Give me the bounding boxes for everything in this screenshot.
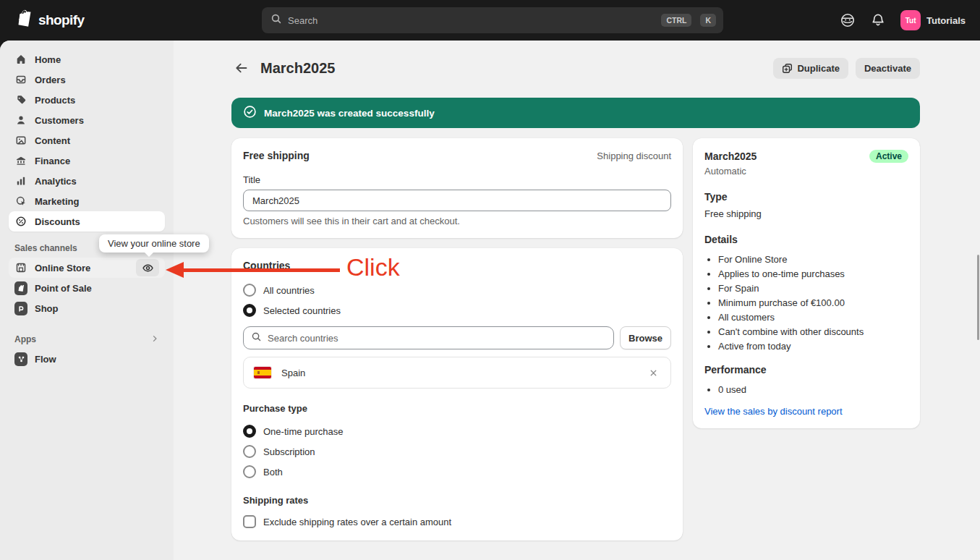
discount-type-badge: Shipping discount bbox=[597, 150, 671, 161]
sidebar-item-orders[interactable]: Orders bbox=[9, 69, 165, 90]
annotation-arrow-shaft bbox=[183, 268, 340, 272]
radio-one-time-purchase[interactable]: One-time purchase bbox=[243, 424, 671, 438]
content-columns: Free shipping Shipping discount Title Cu… bbox=[231, 138, 920, 540]
radio-checked-icon[interactable] bbox=[243, 304, 256, 317]
shopify-admin-screen: shopify Search CTRL K Tut Tutorials bbox=[0, 0, 980, 560]
sidebar-item-home[interactable]: Home bbox=[9, 49, 165, 69]
radio-checked-icon[interactable] bbox=[243, 425, 256, 438]
duplicate-icon bbox=[782, 63, 793, 74]
performance-heading: Performance bbox=[704, 364, 908, 376]
discount-badge-icon bbox=[14, 216, 27, 227]
summary-card: March2025 Active Automatic Type Free shi… bbox=[693, 138, 920, 428]
sidebar-item-customers[interactable]: Customers bbox=[9, 110, 165, 130]
deactivate-label: Deactivate bbox=[864, 63, 911, 74]
sidebar-item-shop[interactable]: Shop bbox=[9, 298, 165, 318]
detail-item: Minimum purchase of €100.00 bbox=[718, 296, 908, 310]
avatar: Tut bbox=[900, 10, 921, 30]
status-badge: Active bbox=[869, 150, 908, 163]
spain-flag-icon bbox=[254, 367, 271, 378]
sidebar-item-label: Content bbox=[35, 135, 70, 146]
selected-country-row: Spain bbox=[243, 357, 671, 389]
eye-icon bbox=[142, 262, 154, 274]
chevron-right-icon[interactable] bbox=[150, 334, 159, 345]
exclude-shipping-rates-row[interactable]: Exclude shipping rates over a certain am… bbox=[243, 514, 671, 529]
detail-item: For Spain bbox=[718, 281, 908, 296]
sidebar-item-marketing[interactable]: Marketing bbox=[9, 191, 165, 211]
details-heading: Details bbox=[704, 234, 908, 245]
close-icon bbox=[649, 368, 658, 378]
sidebar-item-discounts[interactable]: Discounts bbox=[9, 211, 165, 232]
page-title: March2025 bbox=[260, 60, 335, 77]
topbar-right: Tut Tutorials bbox=[840, 10, 968, 30]
pos-icon bbox=[14, 281, 27, 295]
home-icon bbox=[14, 54, 27, 65]
online-store-tooltip: View your online store bbox=[99, 234, 209, 253]
sidebar-item-finance[interactable]: Finance bbox=[9, 150, 165, 171]
sidebar: Home Orders Products Customers Content F… bbox=[0, 41, 174, 560]
sidekick-icon[interactable] bbox=[840, 12, 856, 28]
country-name: Spain bbox=[281, 368, 305, 378]
duplicate-button[interactable]: Duplicate bbox=[773, 58, 848, 78]
sidebar-item-label: Online Store bbox=[35, 263, 90, 273]
sales-channels-label: Sales channels bbox=[14, 243, 77, 253]
global-search-input[interactable]: Search CTRL K bbox=[262, 7, 723, 33]
apps-label: Apps bbox=[14, 334, 36, 344]
sidebar-item-products[interactable]: Products bbox=[9, 90, 165, 110]
radio-label: Subscription bbox=[263, 446, 315, 457]
kbd-k: K bbox=[700, 14, 716, 27]
page-scrollbar[interactable] bbox=[977, 255, 979, 340]
annotation-arrow-head bbox=[166, 262, 184, 278]
search-countries-input[interactable]: Search countries bbox=[243, 326, 614, 349]
radio-icon[interactable] bbox=[243, 445, 256, 458]
radio-subscription[interactable]: Subscription bbox=[243, 444, 671, 459]
left-column: Free shipping Shipping discount Title Cu… bbox=[231, 138, 683, 540]
checkbox-icon[interactable] bbox=[243, 515, 256, 528]
apps-header: Apps bbox=[9, 330, 165, 349]
sidebar-item-content[interactable]: Content bbox=[9, 130, 165, 150]
sidebar-item-analytics[interactable]: Analytics bbox=[9, 171, 165, 191]
sales-report-link[interactable]: View the sales by discount report bbox=[704, 406, 908, 417]
duplicate-label: Duplicate bbox=[797, 63, 840, 74]
shopify-logo[interactable]: shopify bbox=[12, 9, 84, 31]
kbd-ctrl: CTRL bbox=[661, 14, 691, 27]
view-online-store-eye-button[interactable] bbox=[136, 259, 159, 276]
notifications-bell-icon[interactable] bbox=[870, 12, 886, 28]
discount-title-input[interactable] bbox=[243, 190, 671, 211]
sidebar-item-label: Home bbox=[35, 54, 61, 65]
content-image-icon bbox=[14, 135, 27, 146]
search-icon bbox=[270, 13, 282, 27]
sidebar-item-label: Discounts bbox=[35, 216, 80, 227]
detail-item: Active from today bbox=[718, 339, 908, 354]
page-header: March2025 Duplicate Deactivate bbox=[231, 58, 920, 78]
topbar: shopify Search CTRL K Tut Tutorials bbox=[0, 0, 980, 41]
account-menu[interactable]: Tut Tutorials bbox=[900, 10, 966, 30]
sidebar-item-label: Products bbox=[35, 95, 75, 106]
radio-label: One-time purchase bbox=[263, 426, 344, 437]
browse-button[interactable]: Browse bbox=[620, 326, 671, 349]
orders-inbox-icon bbox=[14, 74, 27, 85]
shopify-logo-text: shopify bbox=[38, 12, 84, 28]
sidebar-item-label: Customers bbox=[35, 115, 84, 126]
deactivate-button[interactable]: Deactivate bbox=[856, 58, 920, 78]
customers-icon bbox=[14, 114, 27, 126]
sidebar-item-online-store[interactable]: Online Store bbox=[9, 258, 165, 278]
detail-item: For Online Store bbox=[718, 253, 908, 267]
sidebar-item-point-of-sale[interactable]: Point of Sale bbox=[9, 278, 165, 298]
title-field-label: Title bbox=[243, 174, 671, 185]
radio-selected-countries[interactable]: Selected countries bbox=[243, 303, 671, 318]
radio-icon[interactable] bbox=[243, 465, 256, 478]
detail-item: Can't combine with other discounts bbox=[718, 325, 908, 339]
click-annotation-label: Click bbox=[346, 253, 400, 281]
sidebar-item-label: Flow bbox=[35, 354, 56, 365]
success-banner: March2025 was created successfully bbox=[231, 98, 920, 128]
radio-icon[interactable] bbox=[243, 284, 256, 297]
arrow-left-icon bbox=[234, 61, 249, 75]
tag-icon bbox=[14, 94, 27, 106]
radio-all-countries[interactable]: All countries bbox=[243, 283, 671, 297]
search-icon bbox=[251, 331, 262, 345]
sidebar-item-flow[interactable]: Flow bbox=[9, 349, 165, 369]
remove-country-button[interactable] bbox=[646, 365, 660, 380]
back-button[interactable] bbox=[231, 58, 252, 78]
page-actions: Duplicate Deactivate bbox=[773, 58, 920, 78]
radio-both[interactable]: Both bbox=[243, 464, 671, 479]
